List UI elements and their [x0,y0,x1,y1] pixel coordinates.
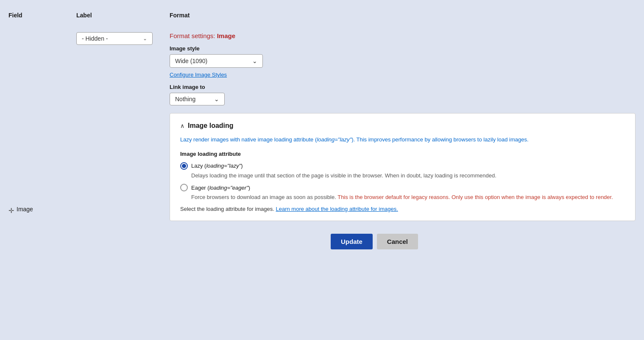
eager-option: Eager (loading="eager") Force browsers t… [180,184,625,202]
link-image-to-value: Nothing [175,96,195,102]
card-header: ∧ Image loading [180,122,625,130]
format-column-header: Format [170,12,636,19]
lazy-radio-row: Lazy (loading="lazy") [180,162,625,170]
footer-note: Select the loading attribute for images.… [180,206,625,212]
label-column-header: Label [76,12,170,19]
button-row: Update Cancel [170,234,636,249]
footer-text: Select the loading attribute for images. [180,206,276,212]
image-loading-card: ∧ Image loading Lazy render images with … [170,113,636,221]
update-button[interactable]: Update [331,234,373,249]
field-cell: ✛ Image [8,24,76,215]
field-name: Image [17,206,33,213]
configure-image-styles-link[interactable]: Configure Image Styles [170,72,227,78]
field-column-header: Field [8,12,76,19]
cancel-button[interactable]: Cancel [377,234,418,249]
link-image-to-label: Link image to [170,84,636,90]
lazy-radio-description: Delays loading the image until that sect… [191,171,625,180]
image-loading-title: Image loading [188,122,234,130]
learn-more-link[interactable]: Learn more about the loading attribute f… [276,206,398,212]
table-header: Field Label Format [0,8,644,24]
eager-highlight-text: This is the browser default for legacy r… [337,194,613,200]
label-select-chevron-icon: ⌄ [143,36,147,41]
lazy-radio-input[interactable] [180,162,188,170]
eager-radio-input[interactable] [180,184,188,191]
link-image-to-chevron-icon: ⌄ [214,96,219,102]
drag-icon[interactable]: ✛ [8,207,14,215]
image-style-label: Image style [170,45,636,52]
image-loading-description: Lazy render images with native image loa… [180,135,625,144]
table-row: ✛ Image - Hidden - ⌄ Format settings: Im… [0,24,644,258]
format-settings-prefix: Format settings: [170,32,217,39]
page-container: Field Label Format ✛ Image - Hidden - ⌄ … [0,0,644,340]
label-select[interactable]: - Hidden - ⌄ [76,32,153,45]
link-image-to-select[interactable]: Nothing ⌄ [170,93,225,105]
collapse-icon[interactable]: ∧ [180,122,184,129]
lazy-option: Lazy (loading="lazy") Delays loading the… [180,162,625,180]
eager-radio-label: Eager (loading="eager") [191,185,250,191]
image-style-value: Wide (1090) [175,58,207,64]
label-cell: - Hidden - ⌄ [76,24,170,45]
eager-radio-row: Eager (loading="eager") [180,184,625,191]
label-select-value: - Hidden - [82,35,108,42]
image-style-select[interactable]: Wide (1090) ⌄ [170,54,263,68]
eager-radio-description: Force browsers to download an image as s… [191,193,625,202]
format-cell: Format settings: Image Image style Wide … [170,24,636,258]
format-settings-title: Format settings: Image [170,32,636,39]
image-style-chevron-icon: ⌄ [252,58,257,64]
lazy-radio-label: Lazy (loading="lazy") [191,163,243,169]
image-loading-attribute-label: Image loading attribute [180,151,625,157]
format-settings-type: Image [217,32,235,39]
